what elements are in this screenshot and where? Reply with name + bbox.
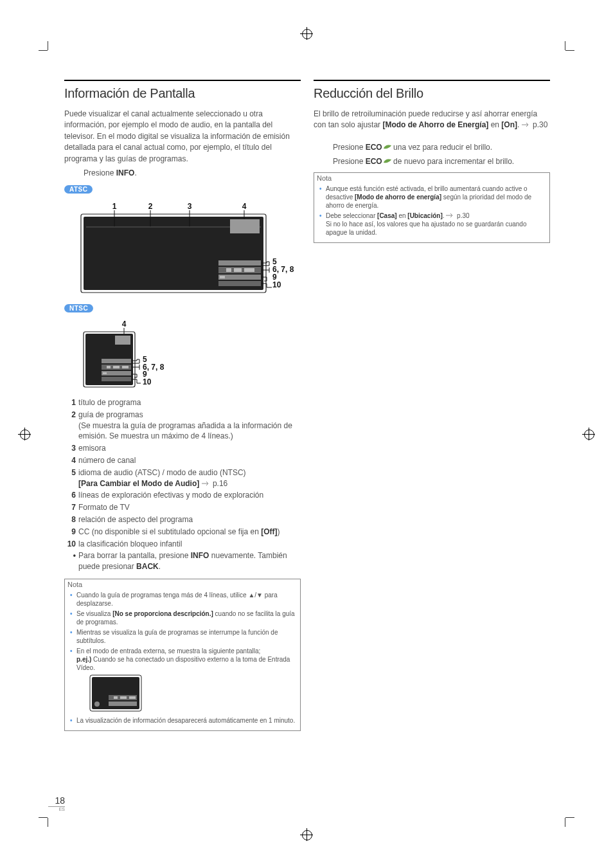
- svg-rect-29: [102, 359, 131, 363]
- legend-list: 1título de programa 2guía de programas(S…: [64, 397, 301, 572]
- registration-mark-icon: [582, 428, 595, 440]
- leaf-icon: [382, 143, 391, 150]
- crop-mark-icon: [565, 41, 565, 50]
- svg-rect-46: [129, 696, 136, 699]
- step-eco-increase: Presione ECO de nuevo para incrementar e…: [333, 157, 550, 166]
- crop-mark-icon: [565, 50, 574, 51]
- svg-rect-32: [113, 366, 120, 368]
- svg-rect-12: [218, 260, 261, 266]
- crop-mark-icon: [565, 818, 565, 827]
- nota-box-left: Nota Cuando la guía de programas tenga m…: [64, 579, 301, 731]
- page-number-value: 18: [48, 795, 65, 807]
- nota-item: Mientras se visualiza la guía de program…: [76, 628, 296, 645]
- column-right: Reducción del Brillo El brillo de retroi…: [314, 80, 550, 731]
- crop-mark-icon: [48, 41, 48, 50]
- svg-rect-33: [122, 366, 129, 368]
- svg-point-48: [94, 701, 100, 707]
- svg-rect-44: [114, 696, 118, 699]
- nota-item: Se visualiza [No se proporciona descripc…: [76, 610, 296, 626]
- svg-text:1: 1: [112, 202, 117, 211]
- page-number: 18 ES: [48, 795, 65, 811]
- link-arrow-icon: [522, 122, 531, 127]
- svg-rect-45: [120, 696, 127, 699]
- atsc-badge: ATSC: [64, 185, 93, 194]
- svg-rect-35: [103, 372, 107, 374]
- link-arrow-icon: [202, 481, 211, 486]
- intro-text: Puede visualizar el canal actualmente se…: [64, 109, 301, 165]
- ntsc-badge: NTSC: [64, 304, 93, 312]
- page-lang: ES: [48, 807, 65, 811]
- svg-rect-47: [109, 701, 137, 706]
- atsc-diagram: 1 2 3 4: [64, 201, 301, 298]
- svg-rect-28: [115, 336, 130, 345]
- nota-item: La visualización de información desapare…: [76, 716, 296, 725]
- svg-rect-15: [234, 268, 242, 272]
- ntsc-diagram: 4 5 6, 7, 8 9 10: [64, 320, 301, 393]
- intro-right: El brillo de retroiluminación puede redu…: [314, 109, 550, 131]
- crop-mark-icon: [565, 817, 574, 818]
- svg-rect-18: [220, 276, 225, 278]
- nota-item: Aunque está función esté activada, el br…: [326, 185, 546, 210]
- heading-reduccion-brillo: Reducción del Brillo: [314, 80, 550, 101]
- leaf-icon: [382, 158, 391, 164]
- svg-rect-16: [244, 268, 254, 272]
- nota-external-diagram: [89, 674, 296, 714]
- svg-rect-14: [226, 268, 231, 272]
- page-content: Información de Pantalla Puede visualizar…: [64, 80, 550, 731]
- crop-mark-icon: [39, 817, 48, 818]
- registration-mark-icon: [18, 428, 31, 440]
- nota-item: Debe seleccionar [Casa] en [Ubicación]. …: [326, 212, 546, 237]
- svg-text:2: 2: [148, 202, 153, 211]
- svg-rect-31: [107, 366, 111, 368]
- crop-mark-icon: [48, 818, 48, 827]
- nota-item: En el modo de entrada externa, se muestr…: [76, 647, 296, 714]
- svg-text:3: 3: [188, 202, 192, 211]
- svg-text:4: 4: [242, 202, 247, 211]
- step-press-info: Presione INFO.: [84, 168, 301, 177]
- nota-header: Nota: [65, 579, 300, 590]
- nota-item: Cuando la guía de programas tenga más de…: [76, 591, 296, 608]
- heading-info-pantalla: Información de Pantalla: [64, 80, 301, 101]
- nota-header: Nota: [314, 173, 549, 183]
- svg-rect-11: [230, 219, 260, 233]
- crop-mark-icon: [39, 50, 48, 51]
- nota-box-right: Nota Aunque está función esté activada, …: [314, 172, 550, 243]
- svg-rect-19: [218, 281, 261, 286]
- svg-rect-36: [102, 377, 131, 381]
- link-arrow-icon: [446, 213, 455, 218]
- column-left: Información de Pantalla Puede visualizar…: [64, 80, 301, 731]
- step-eco-reduce: Presione ECO una vez para reducir el bri…: [333, 143, 550, 152]
- registration-mark-icon: [300, 828, 313, 841]
- svg-text:10: 10: [272, 280, 281, 289]
- svg-text:4: 4: [122, 320, 127, 329]
- registration-mark-icon: [300, 27, 313, 40]
- svg-text:10: 10: [143, 377, 152, 386]
